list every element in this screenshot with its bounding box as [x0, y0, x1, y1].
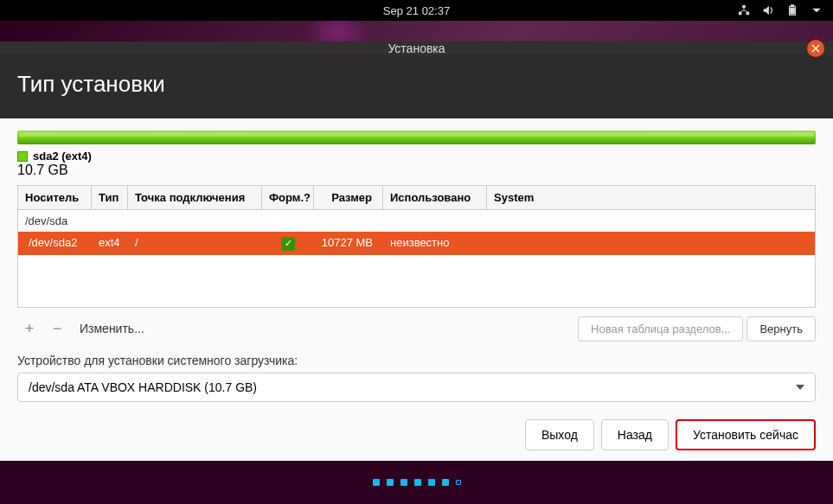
- table-row[interactable]: /dev/sda: [18, 210, 815, 232]
- header-format[interactable]: Форм.?: [262, 186, 314, 209]
- remove-partition-button[interactable]: −: [45, 316, 69, 341]
- cell-format: ✓: [262, 232, 314, 255]
- header-size[interactable]: Размер: [314, 186, 383, 209]
- svg-line-4: [740, 10, 744, 12]
- partition-color-swatch: [17, 151, 28, 162]
- step-dot: [373, 479, 380, 486]
- partition-legend: sda2 (ext4) 10.7 GB: [17, 144, 816, 178]
- close-button[interactable]: [807, 40, 824, 57]
- svg-line-5: [744, 10, 747, 12]
- header-system[interactable]: System: [487, 186, 815, 209]
- cell-device: /dev/sda2: [18, 232, 92, 255]
- back-button[interactable]: Назад: [601, 419, 669, 450]
- network-icon: [738, 4, 750, 16]
- bootloader-value: /dev/sda ATA VBOX HARDDISK (10.7 GB): [29, 380, 257, 394]
- header-type[interactable]: Тип: [92, 186, 128, 209]
- install-now-button[interactable]: Установить сейчас: [676, 419, 816, 450]
- quit-button[interactable]: Выход: [525, 419, 594, 450]
- svg-rect-8: [791, 8, 794, 14]
- page-title: Тип установки: [17, 71, 816, 98]
- chevron-down-icon: [811, 4, 823, 16]
- header-mount[interactable]: Точка подключения: [128, 186, 262, 209]
- revert-button[interactable]: Вернуть: [746, 316, 816, 341]
- clock: Sep 21 02:37: [383, 4, 450, 17]
- close-icon: [811, 44, 820, 53]
- step-dot: [400, 479, 407, 486]
- step-dot: [442, 479, 449, 486]
- step-dot: [414, 479, 421, 486]
- volume-icon: [762, 4, 774, 16]
- table-header: Носитель Тип Точка подключения Форм.? Ра…: [18, 186, 815, 210]
- step-dot: [456, 480, 461, 485]
- content-area: sda2 (ext4) 10.7 GB Носитель Тип Точка п…: [0, 118, 833, 463]
- svg-rect-2: [746, 12, 750, 16]
- battery-icon: [786, 4, 798, 16]
- cell-system: [487, 232, 815, 255]
- chevron-down-icon: [796, 385, 804, 390]
- step-dot: [428, 479, 435, 486]
- partition-bar[interactable]: [17, 131, 816, 144]
- table-row[interactable]: /dev/sda2 ext4 / ✓ 10727 MB неизвестно: [18, 232, 815, 255]
- bootloader-select[interactable]: /dev/sda ATA VBOX HARDDISK (10.7 GB): [17, 373, 816, 402]
- installer-window: Установка Тип установки sda2 (ext4) 10.7…: [0, 41, 833, 461]
- cell-mount: /: [128, 232, 262, 255]
- partition-name: sda2 (ext4): [33, 150, 92, 163]
- navigation-buttons: Выход Назад Установить сейчас: [17, 419, 816, 450]
- partition-table: Носитель Тип Точка подключения Форм.? Ра…: [17, 185, 816, 308]
- window-title: Установка: [388, 41, 445, 55]
- header-used[interactable]: Использовано: [383, 186, 487, 209]
- svg-rect-1: [739, 12, 742, 16]
- bootloader-label: Устройство для установки системного загр…: [17, 354, 816, 367]
- new-partition-table-button[interactable]: Новая таблица разделов...: [578, 316, 743, 341]
- partition-size: 10.7 GB: [17, 163, 68, 177]
- partition-toolbar: + − Изменить... Новая таблица разделов..…: [17, 316, 816, 341]
- system-tray[interactable]: [738, 4, 823, 16]
- change-partition-button[interactable]: Изменить...: [73, 318, 151, 339]
- add-partition-button[interactable]: +: [17, 316, 42, 341]
- step-dot: [387, 479, 394, 486]
- cell-type: ext4: [92, 232, 128, 255]
- cell-device: /dev/sda: [18, 210, 92, 232]
- system-topbar: Sep 21 02:37: [0, 0, 833, 21]
- svg-rect-7: [791, 5, 794, 7]
- page-header: Тип установки: [0, 55, 833, 118]
- table-empty-area[interactable]: [18, 255, 815, 307]
- check-icon: ✓: [281, 237, 295, 251]
- window-titlebar[interactable]: Установка: [0, 41, 833, 55]
- header-device[interactable]: Носитель: [18, 186, 92, 209]
- cell-size: 10727 MB: [314, 232, 383, 255]
- cell-used: неизвестно: [383, 232, 487, 255]
- svg-rect-0: [742, 5, 746, 9]
- progress-dots: [0, 461, 833, 504]
